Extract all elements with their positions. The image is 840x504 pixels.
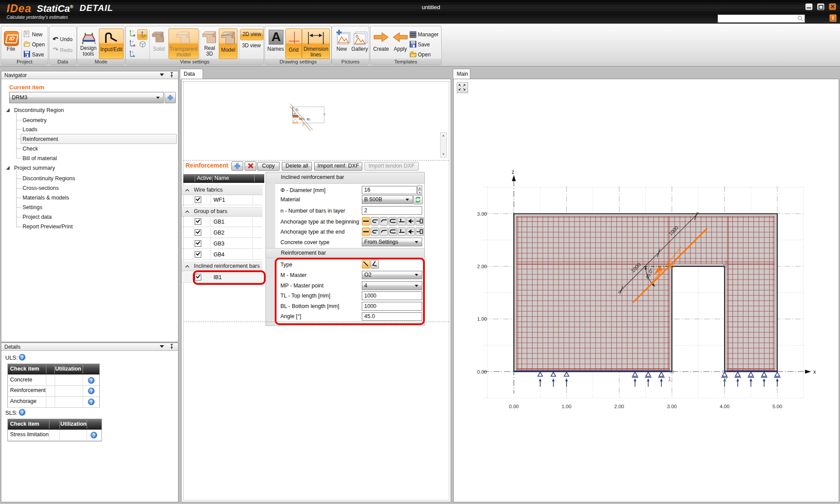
svg-text:2.00: 2.00	[614, 404, 624, 409]
svg-text:z: z	[512, 169, 514, 175]
svg-text:DE1: DE1	[299, 117, 305, 120]
svg-text:x: x	[813, 369, 816, 375]
svg-text:3.00: 3.00	[667, 404, 677, 409]
svg-text:4: 4	[667, 259, 670, 266]
svg-text:3.00: 3.00	[477, 211, 487, 217]
svg-text:0.00: 0.00	[509, 404, 518, 409]
svg-text:C: C	[302, 123, 304, 126]
svg-text:1.00: 1.00	[477, 316, 487, 322]
svg-text:2: 2	[724, 375, 727, 383]
svg-text:α: α	[294, 112, 295, 116]
svg-text:BL: BL	[307, 118, 311, 121]
svg-text:4.00: 4.00	[720, 404, 729, 409]
svg-text:0.00: 0.00	[477, 369, 487, 374]
svg-text:1: 1	[668, 375, 671, 382]
svg-text:2.00: 2.00	[477, 264, 487, 269]
svg-text:TL: TL	[295, 108, 299, 111]
svg-text:5.00: 5.00	[772, 404, 782, 409]
svg-text:z: z	[132, 51, 133, 53]
svg-text:3: 3	[724, 259, 728, 266]
svg-text:1.00: 1.00	[562, 404, 571, 409]
svg-text:Y: Y	[132, 30, 134, 33]
svg-text:z: z	[132, 40, 133, 43]
